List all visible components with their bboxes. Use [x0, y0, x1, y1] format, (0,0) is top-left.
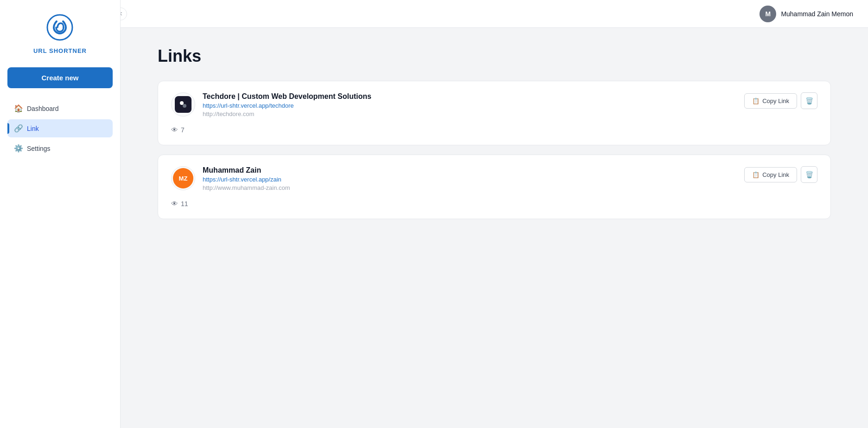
create-new-button[interactable]: Create new [7, 67, 113, 88]
sidebar-item-label-settings: Settings [27, 145, 51, 152]
card-left-zain: MZ Muhammad Zain https://url-shtr.vercel… [171, 166, 290, 191]
favicon-mz: MZ [173, 168, 193, 188]
user-name: Muhammad Zain Memon [781, 10, 853, 18]
view-count-zain: 11 [181, 200, 188, 208]
card-actions-techdore: 📋 Copy Link 🗑️ [744, 92, 817, 109]
app-name: URL SHORTNER [33, 47, 87, 54]
sidebar-item-label-dashboard: Dashboard [27, 105, 59, 112]
copy-icon-techdore: 📋 [752, 97, 760, 104]
card-top-techdore: Techdore | Custom Web Development Soluti… [171, 92, 817, 117]
card-stats-techdore: 👁 7 [171, 126, 817, 134]
sidebar-item-settings[interactable]: ⚙️ Settings [7, 139, 113, 157]
card-info-techdore: Techdore | Custom Web Development Soluti… [203, 92, 371, 117]
card-actions-zain: 📋 Copy Link 🗑️ [744, 166, 817, 183]
card-title-techdore: Techdore | Custom Web Development Soluti… [203, 92, 371, 101]
delete-button-techdore[interactable]: 🗑️ [801, 92, 817, 109]
techdore-favicon-svg [178, 99, 189, 110]
page-content: Links Techdore | Custom [121, 28, 868, 428]
card-original-url-zain: http://www.muhammad-zain.com [203, 184, 290, 191]
svg-point-1 [183, 104, 186, 108]
sidebar-item-label-link: Link [27, 125, 39, 132]
link-card-zain: MZ Muhammad Zain https://url-shtr.vercel… [158, 155, 831, 219]
page-title: Links [158, 46, 831, 66]
user-info[interactable]: M Muhammad Zain Memon [760, 6, 853, 22]
card-original-url-techdore: http://techdore.com [203, 110, 371, 117]
card-short-url-techdore[interactable]: https://url-shtr.vercel.app/techdore [203, 102, 371, 109]
copy-link-button-zain[interactable]: 📋 Copy Link [744, 167, 797, 182]
card-top-zain: MZ Muhammad Zain https://url-shtr.vercel… [171, 166, 817, 191]
link-icon: 🔗 [14, 124, 22, 133]
settings-icon: ⚙️ [14, 144, 22, 153]
sidebar-item-link[interactable]: 🔗 Link [7, 119, 113, 137]
copy-link-button-techdore[interactable]: 📋 Copy Link [744, 93, 797, 109]
svg-point-0 [180, 101, 184, 105]
home-icon: 🏠 [14, 104, 22, 113]
sidebar-item-dashboard[interactable]: 🏠 Dashboard [7, 99, 113, 117]
delete-button-zain[interactable]: 🗑️ [801, 166, 817, 183]
card-short-url-zain[interactable]: https://url-shtr.vercel.app/zain [203, 176, 290, 183]
favicon-techdore [175, 96, 191, 113]
eye-icon-zain: 👁 [171, 200, 178, 208]
nav-menu: 🏠 Dashboard 🔗 Link ⚙️ Settings [7, 99, 113, 157]
copy-link-label-zain: Copy Link [762, 171, 789, 178]
trash-icon-zain: 🗑️ [805, 171, 813, 178]
main-wrapper: < M Muhammad Zain Memon Links [121, 0, 868, 428]
card-left-techdore: Techdore | Custom Web Development Soluti… [171, 92, 371, 117]
card-info-zain: Muhammad Zain https://url-shtr.vercel.ap… [203, 166, 290, 191]
link-card-techdore: Techdore | Custom Web Development Soluti… [158, 81, 831, 145]
card-title-zain: Muhammad Zain [203, 166, 290, 175]
copy-link-label-techdore: Copy Link [762, 97, 789, 104]
logo-icon [44, 11, 76, 44]
trash-icon-techdore: 🗑️ [805, 97, 813, 104]
collapse-sidebar-button[interactable]: < [121, 7, 127, 20]
eye-icon-techdore: 👁 [171, 126, 178, 134]
copy-icon-zain: 📋 [752, 171, 760, 178]
favicon-wrapper-zain: MZ [171, 166, 195, 190]
card-stats-zain: 👁 11 [171, 200, 817, 208]
logo-area: URL SHORTNER [33, 11, 87, 54]
avatar: M [760, 6, 776, 22]
sidebar: URL SHORTNER Create new 🏠 Dashboard 🔗 Li… [0, 0, 121, 428]
view-count-techdore: 7 [181, 126, 185, 134]
header: < M Muhammad Zain Memon [121, 0, 868, 28]
favicon-wrapper-techdore [171, 92, 195, 117]
